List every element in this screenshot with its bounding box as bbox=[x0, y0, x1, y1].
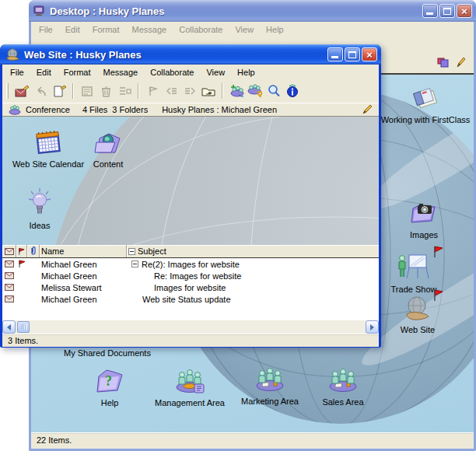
folders-count: 3 Folders bbox=[112, 105, 148, 114]
menu-format[interactable]: Format bbox=[86, 23, 126, 36]
scrollbar-thumb[interactable] bbox=[17, 321, 30, 333]
desktop-window-titlebar[interactable]: Desktop : Husky Planes × bbox=[29, 0, 476, 22]
menu-collaborate[interactable]: Collaborate bbox=[173, 23, 229, 36]
column-subject[interactable]: Subject bbox=[127, 245, 379, 257]
delete-button[interactable] bbox=[96, 82, 115, 100]
menu-help[interactable]: Help bbox=[260, 23, 290, 36]
subscribe-button[interactable] bbox=[180, 82, 199, 100]
sender-name: Michael Green bbox=[40, 271, 127, 281]
summary-icon bbox=[80, 85, 95, 98]
new-message-button[interactable] bbox=[12, 82, 31, 100]
conference-path: Husky Planes : Michael Green bbox=[162, 105, 277, 114]
menu-view[interactable]: View bbox=[229, 23, 260, 36]
desktop-item-count: 22 Items. bbox=[37, 435, 72, 445]
content-icon-content[interactable]: Content bbox=[77, 131, 139, 169]
thread-button[interactable] bbox=[115, 82, 134, 100]
column-attachment[interactable] bbox=[27, 245, 40, 257]
content-icon-ideas[interactable]: Ideas bbox=[10, 188, 69, 230]
permissions-button[interactable] bbox=[246, 82, 264, 100]
desktop-icon-sales-area[interactable]: Sales Area bbox=[296, 368, 390, 407]
message-row[interactable]: Michael Green Re(2): Images for website bbox=[2, 258, 379, 270]
open-parent-folder-button[interactable] bbox=[199, 82, 218, 100]
menu-edit[interactable]: Edit bbox=[30, 66, 58, 79]
message-row[interactable]: Michael Green Web site Status update bbox=[2, 293, 379, 305]
scroll-right-button[interactable] bbox=[366, 320, 379, 334]
message-subject: Re: Images for website bbox=[127, 271, 379, 281]
column-name[interactable]: Name bbox=[40, 245, 127, 257]
reply-button[interactable] bbox=[31, 82, 50, 100]
meeting-group-icon bbox=[253, 367, 287, 393]
message-list-header: Name Subject bbox=[2, 245, 379, 258]
message-row[interactable]: Melissa Stewart Images for website bbox=[2, 281, 379, 293]
web-site-globe-icon bbox=[401, 295, 435, 322]
reply-icon bbox=[33, 85, 48, 98]
collapse-all-icon[interactable] bbox=[128, 248, 135, 255]
column-envelope[interactable] bbox=[2, 245, 16, 257]
unsubscribe-button[interactable] bbox=[162, 82, 180, 100]
scroll-left-button[interactable] bbox=[2, 320, 16, 334]
close-button[interactable]: × bbox=[457, 4, 472, 18]
subscribe-icon bbox=[183, 85, 198, 98]
left-arrow-icon bbox=[4, 324, 11, 330]
maximize-button[interactable] bbox=[439, 4, 455, 18]
files-count: 4 Files bbox=[82, 105, 107, 114]
menu-format[interactable]: Format bbox=[58, 66, 97, 79]
desktop-icon-trade-show[interactable]: Trade Show bbox=[381, 252, 446, 294]
edit-pencil-icon[interactable] bbox=[456, 57, 466, 68]
new-document-button[interactable] bbox=[50, 82, 68, 100]
envelope-icon bbox=[2, 295, 16, 302]
maximize-button[interactable] bbox=[345, 47, 360, 61]
minimize-button[interactable] bbox=[327, 47, 343, 61]
conference-icon bbox=[9, 105, 21, 115]
desktop-icon-working-with-firstclass[interactable]: Working with FirstClass bbox=[377, 84, 474, 124]
desktop-icon-images[interactable]: Images bbox=[393, 201, 455, 239]
menu-edit[interactable]: Edit bbox=[59, 23, 86, 36]
minimize-button[interactable] bbox=[422, 4, 438, 18]
message-subject: Re(2): Images for website bbox=[142, 260, 240, 269]
desktop-menubar: File Edit Format Message Collaborate Vie… bbox=[31, 22, 474, 37]
toolbar-grip[interactable] bbox=[6, 83, 9, 99]
paperclip-icon bbox=[30, 246, 37, 256]
layered-pages-icon[interactable] bbox=[437, 58, 449, 68]
meeting-group-icon bbox=[326, 368, 360, 394]
menu-view[interactable]: View bbox=[200, 66, 231, 79]
flag-button[interactable] bbox=[143, 82, 162, 100]
web-site-window: Web Site : Husky Planes × File Edit Form… bbox=[0, 44, 381, 348]
get-info-button[interactable] bbox=[283, 82, 302, 100]
desktop-icon-label: Images bbox=[393, 230, 455, 239]
flag-icon bbox=[16, 260, 27, 268]
help-folder-icon: ? bbox=[94, 367, 125, 395]
thread-collapse-icon[interactable] bbox=[131, 260, 138, 267]
meeting-group-icon bbox=[173, 369, 207, 395]
menu-help[interactable]: Help bbox=[231, 66, 261, 79]
desktop-icon-label: Sales Area bbox=[296, 397, 390, 407]
menu-file[interactable]: File bbox=[33, 23, 59, 36]
right-arrow-icon bbox=[370, 324, 377, 330]
web-site-item-count: 3 Items. bbox=[8, 336, 38, 345]
menu-message[interactable]: Message bbox=[97, 66, 145, 79]
images-folder-icon bbox=[408, 201, 439, 227]
menu-file[interactable]: File bbox=[4, 66, 30, 79]
horizontal-scrollbar[interactable] bbox=[2, 320, 379, 334]
search-button[interactable] bbox=[264, 82, 283, 100]
menu-message[interactable]: Message bbox=[126, 23, 173, 36]
conference-info-bar: Conference 4 Files 3 Folders Husky Plane… bbox=[2, 103, 379, 117]
desktop-window-icon bbox=[33, 5, 46, 16]
books-icon bbox=[410, 84, 441, 112]
menu-collaborate[interactable]: Collaborate bbox=[144, 66, 200, 79]
content-icon-label: Ideas bbox=[10, 221, 69, 230]
close-button[interactable]: × bbox=[362, 47, 377, 61]
desktop-icon-web-site[interactable]: Web Site bbox=[387, 295, 449, 334]
content-folder-icon bbox=[93, 131, 123, 156]
add-member-icon bbox=[229, 84, 245, 98]
message-row[interactable]: Michael Green Re: Images for website bbox=[2, 270, 379, 281]
web-site-window-titlebar[interactable]: Web Site : Husky Planes × bbox=[0, 44, 381, 65]
desktop-icon-label: Help bbox=[79, 398, 141, 407]
add-member-button[interactable] bbox=[227, 82, 246, 100]
column-flag[interactable] bbox=[16, 245, 27, 257]
desktop-icon-help[interactable]: ? Help bbox=[79, 367, 141, 407]
desktop-icon-label: Working with FirstClass bbox=[377, 115, 474, 124]
envelope-icon bbox=[2, 284, 16, 291]
edit-pencil-icon[interactable] bbox=[362, 104, 373, 115]
summary-button[interactable] bbox=[78, 82, 96, 100]
